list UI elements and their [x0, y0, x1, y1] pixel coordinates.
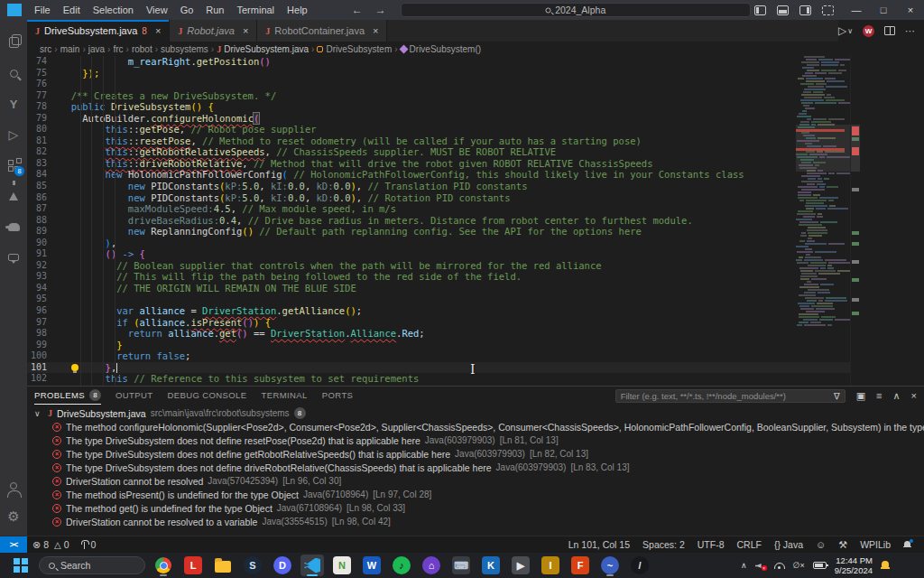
maximize-panel-icon[interactable]: ∧	[893, 390, 901, 402]
menu-terminal[interactable]: Terminal	[231, 5, 282, 15]
line-number[interactable]: 91	[27, 248, 60, 260]
line-number[interactable]: 74	[27, 56, 60, 68]
movies-tv-icon[interactable]: ▶	[509, 555, 532, 576]
vscode-icon[interactable]	[300, 555, 324, 576]
line-number[interactable]: 77	[27, 90, 60, 102]
minimap[interactable]	[796, 56, 850, 386]
wpilib-tool-icon[interactable]: ⚒	[833, 536, 853, 554]
blue-script-app-icon[interactable]: ~	[598, 555, 622, 576]
customize-layout-icon[interactable]	[822, 5, 834, 15]
menu-help[interactable]: Help	[281, 5, 314, 15]
go-forward-icon[interactable]: →	[375, 4, 386, 16]
close-icon[interactable]: ×	[155, 25, 161, 36]
breadcrumb-item[interactable]: src	[40, 44, 51, 54]
toggle-sidebar-icon[interactable]	[754, 5, 766, 15]
close-icon[interactable]: ×	[243, 25, 248, 36]
line-number[interactable]: 76	[27, 79, 60, 90]
feedback-smiley-icon[interactable]: ☺	[810, 536, 831, 554]
tab-RobotContainer.java[interactable]: JRobotContainer.java×	[257, 20, 387, 42]
menu-view[interactable]: View	[140, 5, 174, 15]
code-line[interactable]: 97 if (alliance.isPresent()) {	[27, 317, 860, 329]
dark-circle-app-icon[interactable]: /	[628, 555, 651, 576]
code-line[interactable]: 94 // THE ORIGIN WILL REMAIN ON THE BLUE…	[27, 283, 860, 294]
wpilib-menu[interactable]: WPILib	[855, 536, 896, 554]
code-line[interactable]: 102 this // Reference to this subsystem …	[27, 373, 860, 385]
line-number[interactable]: 96	[27, 305, 60, 317]
line-number[interactable]: 79	[27, 113, 60, 125]
code-line[interactable]: 85 new PIDConstants(kP:5.0, kI:0.0, kD:0…	[27, 181, 860, 192]
line-number[interactable]: 97	[27, 317, 60, 329]
search-icon[interactable]	[0, 58, 27, 89]
kicad-icon[interactable]: K	[479, 555, 503, 576]
code-line[interactable]: 83 this::driveRobotRelative, // Method t…	[27, 158, 860, 170]
line-number[interactable]: 87	[27, 203, 60, 215]
menu-run[interactable]: Run	[199, 5, 230, 15]
language-mode[interactable]: {} Java	[769, 536, 808, 554]
run-debug-icon[interactable]: ▷	[0, 119, 27, 150]
line-number[interactable]: 100	[27, 350, 60, 362]
problem-row[interactable]: ×DriverStation cannot be resolved to a v…	[27, 515, 924, 528]
settings-gear-icon[interactable]: ⚙	[0, 501, 27, 532]
code-line[interactable]: 87 maxModuleSpeed:4.5, // Max module spe…	[27, 203, 860, 215]
line-number[interactable]: 101	[27, 362, 60, 374]
copilot-tray-icon[interactable]	[898, 558, 913, 573]
panel-tab-problems[interactable]: PROBLEMS8	[34, 387, 101, 405]
breadcrumb-item[interactable]: robot	[132, 44, 152, 54]
code-line[interactable]: 91 () -> {	[27, 248, 860, 260]
code-line[interactable]: 98 return alliance.get() == DriverStatio…	[27, 328, 860, 340]
run-java-button[interactable]: ▷∨	[838, 24, 853, 37]
encoding[interactable]: UTF-8	[692, 536, 730, 554]
panel-tab-output[interactable]: OUTPUT	[116, 387, 152, 405]
breadcrumb-item[interactable]: java	[88, 44, 105, 54]
breadcrumb-item[interactable]: frc	[113, 44, 123, 54]
line-number[interactable]: 99	[27, 340, 60, 351]
close-icon[interactable]: ×	[373, 25, 378, 36]
start-button[interactable]	[9, 555, 32, 576]
notification-bell-icon[interactable]	[881, 561, 890, 570]
explorer-icon[interactable]	[0, 27, 27, 58]
remote-pc-icon[interactable]: ⌨	[449, 555, 473, 576]
code-line[interactable]: 76	[27, 79, 860, 90]
breadcrumb-file[interactable]: DriveSubsystem.java	[224, 44, 309, 54]
volume-muted-icon[interactable]: ∅×	[793, 561, 805, 570]
chrome-icon[interactable]	[152, 555, 175, 576]
code-line[interactable]: 79 AutoBuilder.configureHolonomic(	[27, 113, 860, 125]
problem-row[interactable]: ×The method get() is undefined for the t…	[27, 501, 924, 515]
toggle-secondary-sidebar-icon[interactable]	[799, 5, 811, 15]
file-explorer-icon[interactable]	[211, 555, 235, 576]
taskbar-search[interactable]: Search	[39, 556, 145, 574]
lightbulb-icon[interactable]	[71, 364, 79, 371]
battery-icon[interactable]	[813, 562, 827, 569]
cursor-position[interactable]: Ln 101, Col 15	[563, 536, 635, 554]
problem-row[interactable]: ×The method isPresent() is undefined for…	[27, 488, 924, 501]
close-panel-icon[interactable]: ×	[911, 390, 917, 402]
line-number[interactable]: 83	[27, 158, 60, 170]
panel-tab-debug-console[interactable]: DEBUG CONSOLE	[167, 387, 246, 405]
discord-icon[interactable]: D	[271, 555, 294, 576]
clock[interactable]: 12:44 PM 9/25/2024	[835, 555, 873, 575]
gradle-icon[interactable]	[0, 211, 27, 242]
audio-device-error-icon[interactable]: ×	[755, 561, 766, 570]
steam-icon[interactable]: S	[241, 555, 264, 576]
line-number[interactable]: 102	[27, 373, 60, 385]
wifi-icon[interactable]	[774, 563, 785, 569]
line-number[interactable]: 88	[27, 215, 60, 227]
notepadpp-icon[interactable]: N	[330, 555, 354, 576]
problem-row[interactable]: ×The method configureHolonomic(Supplier<…	[27, 420, 924, 434]
eol-sequence[interactable]: CRLF	[732, 536, 767, 554]
line-number[interactable]: 85	[27, 181, 60, 192]
menu-edit[interactable]: Edit	[57, 5, 87, 15]
problems-file-row[interactable]: ∨ J DriveSubsystem.java src\main\java\fr…	[27, 406, 924, 420]
panel-menu-icon[interactable]: ≡	[876, 390, 882, 402]
github-desktop-icon[interactable]: ⌂	[420, 555, 443, 576]
breadcrumb-item[interactable]: subsystems	[161, 44, 208, 54]
code-line[interactable]: 81 this::resetPose, // Method to reset o…	[27, 135, 860, 147]
panel-views-icon[interactable]: ▣	[856, 390, 865, 402]
problem-row[interactable]: ×DriverStation cannot be resolvedJava(57…	[27, 474, 924, 488]
extensions-icon[interactable]: 8	[0, 150, 27, 181]
split-editor-icon[interactable]	[884, 26, 895, 35]
testing-icon[interactable]	[0, 181, 27, 211]
line-number[interactable]: 95	[27, 294, 60, 305]
code-line[interactable]: 80 this::getPose, // Robot pose supplier	[27, 124, 860, 135]
word-icon[interactable]: W	[360, 555, 383, 576]
